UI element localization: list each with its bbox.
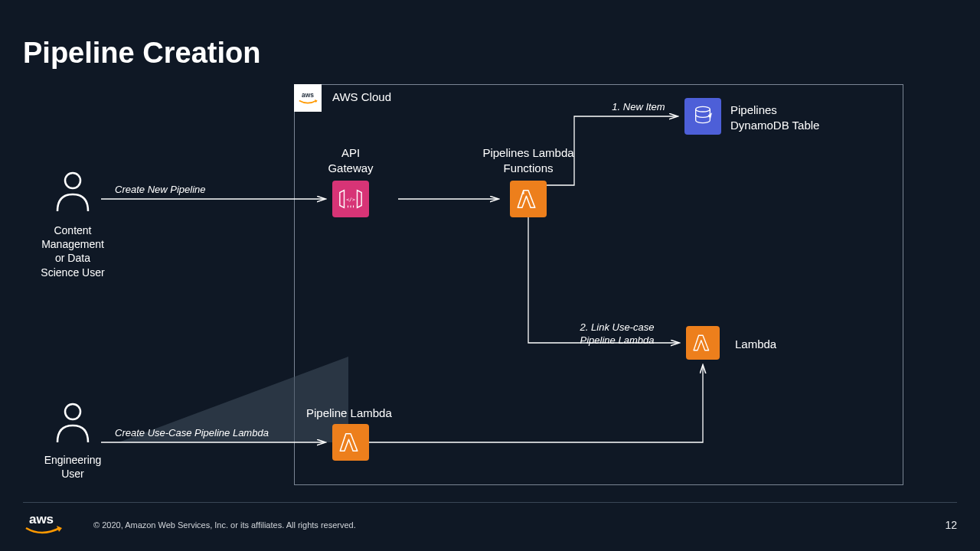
dynamodb-icon	[684, 98, 721, 135]
svg-text:aws: aws	[29, 512, 54, 527]
aws-cloud-label: AWS Cloud	[332, 90, 391, 103]
svg-point-8	[696, 106, 710, 112]
slide-title: Pipeline Creation	[23, 37, 260, 70]
edge-create-new-label: Create New Pipeline	[115, 184, 268, 197]
svg-text:aws: aws	[302, 91, 314, 99]
api-gateway-icon: </>	[332, 181, 369, 217]
lambda-icon	[686, 326, 720, 360]
lambda-label: Lambda	[735, 337, 776, 352]
slide: Pipeline Creation aws AWS Cloud Content …	[0, 0, 980, 551]
svg-text:</>: </>	[346, 197, 355, 203]
page-number: 12	[945, 519, 957, 531]
svg-point-1	[65, 173, 80, 188]
pipeline-lambda-icon	[332, 424, 369, 461]
user-bottom-label: Engineering User	[23, 453, 122, 481]
user-top-icon	[54, 170, 92, 214]
footer-aws-logo-icon: aws	[23, 511, 66, 540]
user-top-label: Content Management or Data Science User	[23, 223, 122, 279]
user-bottom-icon	[54, 401, 92, 445]
dynamodb-label: Pipelines DynamoDB Table	[730, 103, 819, 132]
aws-logo-icon: aws	[294, 84, 322, 112]
pipelines-lambda-icon	[510, 181, 547, 217]
pipelines-lambda-label: Pipelines Lambda Functions	[467, 145, 590, 175]
pipeline-lambda-label: Pipeline Lambda	[306, 406, 413, 421]
edge-link-usecase-label: 2. Link Use-case Pipeline Lambda	[564, 321, 671, 347]
aws-cloud-boundary	[294, 84, 903, 485]
edge-create-usecase-label: Create Use-Case Pipeline Lambda	[115, 427, 314, 440]
svg-point-2	[65, 404, 80, 419]
footer-copyright: © 2020, Amazon Web Services, Inc. or its…	[93, 520, 356, 530]
api-gateway-label: API Gateway	[318, 145, 383, 175]
edge-new-item-label: 1. New Item	[600, 101, 677, 114]
footer-divider	[23, 502, 957, 503]
